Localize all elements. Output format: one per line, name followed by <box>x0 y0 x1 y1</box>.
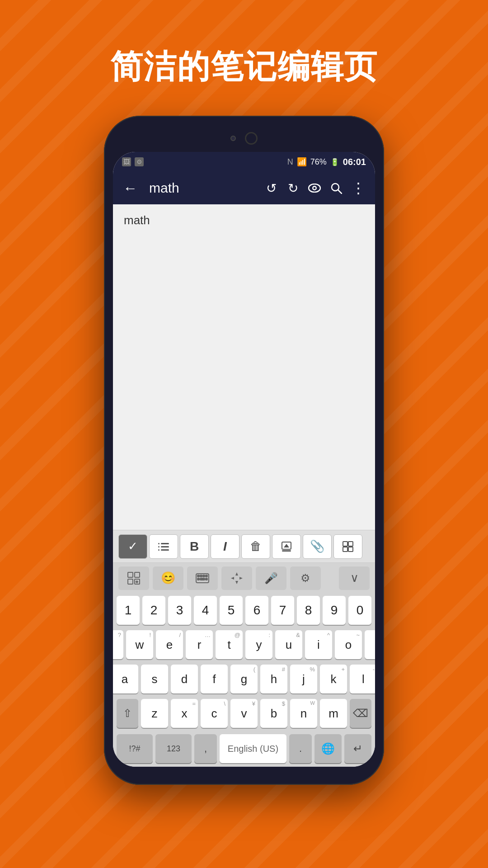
key-3[interactable]: 3 <box>168 596 191 625</box>
key-s[interactable]: s <box>141 665 168 693</box>
key-y[interactable]: :y <box>245 630 272 659</box>
widget-btn[interactable] <box>118 566 149 590</box>
key-g[interactable]: (g <box>230 665 258 693</box>
svg-rect-31 <box>206 578 207 580</box>
key-k[interactable]: +k <box>320 665 347 693</box>
svg-rect-26 <box>200 575 202 577</box>
key-f[interactable]: f <box>201 665 228 693</box>
phone-camera <box>245 132 258 145</box>
note-title[interactable]: math <box>149 180 252 196</box>
key-a[interactable]: a <box>113 665 138 693</box>
key-x[interactable]: =x <box>171 699 198 728</box>
period-key[interactable]: . <box>289 734 312 763</box>
svg-rect-28 <box>206 575 207 577</box>
space-key[interactable]: English (US) <box>220 734 286 763</box>
svg-rect-10 <box>158 549 160 551</box>
key-z[interactable]: z <box>141 699 168 728</box>
svg-rect-19 <box>135 572 140 577</box>
symbols-key[interactable]: !?# <box>117 734 153 763</box>
key-1[interactable]: 1 <box>117 596 140 625</box>
keyboard-row3: ⇧ z =x \c ¥v $b Wn m ⌫ <box>113 696 375 731</box>
key-8[interactable]: 8 <box>297 596 320 625</box>
svg-rect-5 <box>161 543 169 544</box>
comma-key[interactable]: , <box>194 734 217 763</box>
svg-marker-12 <box>284 544 289 547</box>
collapse-btn[interactable]: ∨ <box>339 566 370 590</box>
more-button[interactable]: ⋮ <box>348 178 368 198</box>
svg-rect-29 <box>197 578 199 580</box>
keyboard-special-row: 😊 <box>113 562 375 593</box>
keyboard-row2: a s d f (g #h %j +k -l <box>113 662 375 696</box>
format-attach[interactable]: 📎 <box>303 534 332 559</box>
format-italic[interactable]: I <box>211 534 239 559</box>
keyboard-switch-btn[interactable] <box>187 566 218 590</box>
svg-rect-17 <box>348 547 353 552</box>
format-list[interactable] <box>149 534 178 559</box>
format-delete[interactable]: 🗑 <box>241 534 270 559</box>
key-j[interactable]: %j <box>290 665 317 693</box>
svg-rect-14 <box>343 542 347 546</box>
format-upload[interactable] <box>272 534 301 559</box>
key-6[interactable]: 6 <box>245 596 268 625</box>
key-m[interactable]: m <box>320 699 347 728</box>
key-e[interactable]: /e <box>156 630 183 659</box>
undo-button[interactable]: ↺ <box>261 178 281 198</box>
key-v[interactable]: ¥v <box>230 699 258 728</box>
key-7[interactable]: 7 <box>271 596 294 625</box>
nfc-indicator: N <box>287 157 293 167</box>
key-9[interactable]: 9 <box>323 596 346 625</box>
key-n[interactable]: Wn <box>290 699 317 728</box>
format-bold[interactable]: B <box>180 534 209 559</box>
backspace-key[interactable]: ⌫ <box>350 699 371 728</box>
key-o[interactable]: ~o <box>335 630 362 659</box>
key-h[interactable]: #h <box>260 665 287 693</box>
settings-btn[interactable]: ⚙ <box>290 566 321 590</box>
clock: 06:01 <box>343 157 366 167</box>
note-content-area[interactable]: math <box>113 204 375 530</box>
keyboard-last-row: !?# 123 , English (US) . 🌐 ↵ <box>113 731 375 767</box>
globe-key[interactable]: 🌐 <box>314 734 342 763</box>
svg-marker-33 <box>235 581 238 584</box>
enter-key[interactable]: ↵ <box>344 734 371 763</box>
mic-btn[interactable]: 🎤 <box>256 566 286 590</box>
key-w[interactable]: !w <box>126 630 153 659</box>
key-r[interactable]: …r <box>186 630 213 659</box>
emoji-btn[interactable]: 😊 <box>153 566 183 590</box>
preview-button[interactable] <box>305 178 324 198</box>
settings-status-icon: ⚙ <box>135 157 144 166</box>
key-p[interactable]: p <box>365 630 375 659</box>
format-check[interactable]: ✓ <box>118 534 147 559</box>
redo-button[interactable]: ↻ <box>283 178 303 198</box>
key-d[interactable]: d <box>171 665 198 693</box>
back-button[interactable]: ← <box>120 178 140 198</box>
svg-rect-7 <box>161 549 169 551</box>
key-c[interactable]: \c <box>201 699 228 728</box>
svg-rect-6 <box>161 546 169 547</box>
phone-dot-left <box>230 136 236 141</box>
key-b[interactable]: $b <box>260 699 287 728</box>
key-q[interactable]: ?q <box>113 630 123 659</box>
num123-key[interactable]: 123 <box>155 734 192 763</box>
svg-rect-25 <box>197 575 199 577</box>
svg-rect-18 <box>128 572 133 577</box>
status-bar: 🖼 ⚙ N 📶 76% 🔋 06:01 <box>113 152 375 172</box>
svg-rect-30 <box>200 578 205 580</box>
search-button[interactable] <box>326 178 346 198</box>
key-u[interactable]: &u <box>275 630 302 659</box>
svg-rect-8 <box>158 543 160 544</box>
key-4[interactable]: 4 <box>194 596 217 625</box>
key-i[interactable]: ^i <box>305 630 332 659</box>
svg-marker-32 <box>235 572 238 576</box>
app-toolbar: ← math ↺ ↻ ⋮ <box>113 172 375 204</box>
phone-screen: 🖼 ⚙ N 📶 76% 🔋 06:01 ← math ↺ ↻ <box>113 152 375 767</box>
svg-rect-16 <box>343 547 347 552</box>
shift-key[interactable]: ⇧ <box>117 699 138 728</box>
arrows-btn[interactable] <box>221 566 252 590</box>
battery-percent: 76% <box>310 157 327 167</box>
format-grid[interactable] <box>333 534 362 559</box>
key-l[interactable]: -l <box>350 665 375 693</box>
key-t[interactable]: @t <box>216 630 243 659</box>
key-0[interactable]: 0 <box>348 596 371 625</box>
key-5[interactable]: 5 <box>220 596 243 625</box>
key-2[interactable]: 2 <box>142 596 165 625</box>
